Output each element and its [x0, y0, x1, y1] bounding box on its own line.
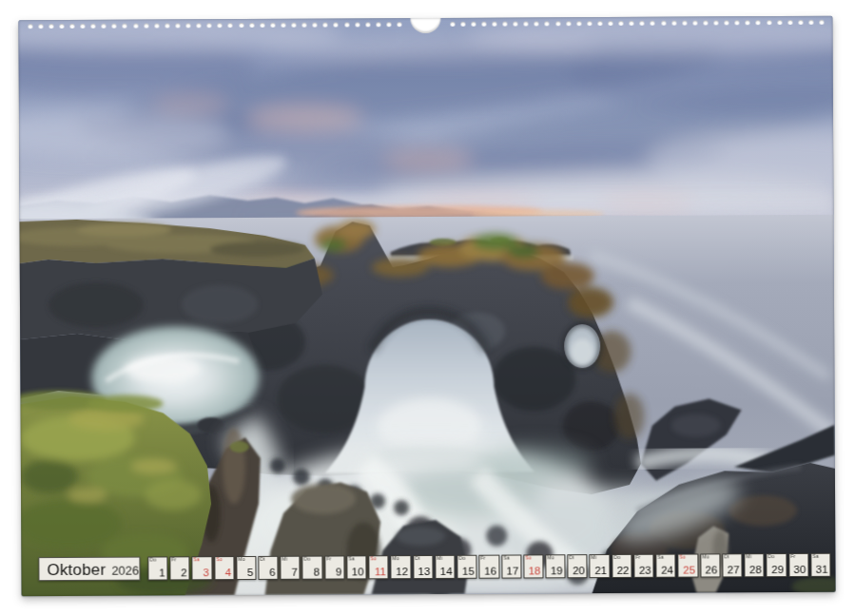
punch-hole [49, 24, 53, 29]
month-title-box: Oktober 2026 [38, 557, 140, 582]
weekday-label: So [525, 555, 532, 560]
punch-hole [492, 22, 496, 27]
day-number: 15 [462, 566, 475, 577]
weekday-label: Fr [326, 557, 331, 562]
punch-hole [735, 20, 740, 25]
day-cell-19: Mo19 [545, 554, 565, 578]
punch-hole [207, 23, 212, 28]
punch-hole [28, 24, 32, 29]
day-cell-30: Fr30 [788, 553, 808, 577]
punch-hole [249, 23, 254, 28]
day-number: 24 [661, 565, 673, 576]
weekday-label: Mi [437, 556, 442, 561]
punch-hole [756, 20, 761, 25]
punch-hole [281, 23, 285, 28]
punch-hole [197, 23, 202, 28]
day-cell-9: Fr9 [324, 555, 344, 579]
punch-hole [144, 24, 148, 29]
year-label: 2026 [111, 564, 139, 578]
day-number: 11 [375, 566, 386, 577]
punch-hole [323, 23, 328, 28]
punch-hole [80, 24, 85, 29]
day-cell-23: Fr23 [633, 554, 653, 578]
day-cell-18: So18 [523, 554, 543, 578]
day-strip: Do1Fr2Sa3So4Mo5Di6Mi7Do8Fr9Sa10So11Mo12D… [147, 553, 830, 581]
punch-hole [386, 22, 391, 27]
weekday-label: Fr [481, 556, 486, 561]
day-cell-22: Do22 [612, 554, 632, 578]
day-number: 8 [314, 567, 320, 578]
punch-hole [502, 22, 507, 27]
calendar-strip: Oktober 2026 Do1Fr2Sa3So4Mo5Di6Mi7Do8Fr9… [38, 553, 830, 581]
punch-hole [397, 22, 401, 27]
weekday-label: Fr [790, 554, 795, 559]
day-number: 29 [771, 564, 784, 575]
day-number: 4 [225, 567, 231, 578]
punch-hole [587, 21, 592, 26]
day-cell-16: Fr16 [479, 555, 499, 579]
weekday-label: Sa [812, 554, 819, 559]
day-cell-24: Sa24 [656, 554, 676, 578]
day-number: 27 [728, 564, 740, 575]
punch-hole [112, 24, 117, 29]
day-cell-8: Do8 [302, 556, 322, 580]
day-number: 20 [573, 565, 585, 576]
weekday-label: Do [149, 557, 156, 562]
day-number: 25 [683, 565, 695, 576]
punch-hole [91, 24, 96, 29]
day-cell-26: Mo26 [700, 553, 720, 577]
punch-hole [808, 20, 813, 25]
day-number: 30 [793, 564, 806, 575]
punch-hole [640, 21, 645, 26]
day-number: 14 [440, 566, 453, 577]
punch-hole [471, 22, 476, 27]
day-number: 18 [529, 565, 541, 576]
punch-hole [545, 21, 550, 26]
punch-hole [334, 22, 339, 27]
weekday-label: Di [570, 555, 574, 560]
day-number: 9 [336, 566, 341, 577]
day-number: 17 [506, 566, 518, 577]
day-cell-29: Do29 [767, 553, 787, 577]
punch-hole [302, 23, 307, 28]
punch-hole [291, 23, 296, 28]
calendar-page: Oktober 2026 Do1Fr2Sa3So4Mo5Di6Mi7Do8Fr9… [18, 16, 835, 596]
day-number: 26 [706, 564, 718, 575]
punch-hole [450, 22, 455, 27]
weekday-label: Mo [702, 554, 709, 559]
day-cell-12: Mo12 [391, 555, 411, 579]
punch-hole [270, 23, 275, 28]
day-number: 1 [159, 567, 165, 578]
punch-hole [102, 24, 107, 29]
punch-hole [787, 20, 792, 25]
punch-hole [725, 20, 729, 25]
weekday-label: Sa [658, 555, 665, 560]
punch-hole [481, 22, 486, 27]
punch-hole [566, 21, 571, 26]
weekday-label: Mo [547, 555, 554, 560]
day-cell-28: Mi28 [744, 553, 764, 577]
day-number: 31 [816, 564, 828, 575]
day-number: 2 [181, 567, 186, 578]
day-cell-21: Mi21 [590, 554, 610, 578]
day-number: 3 [204, 567, 209, 578]
day-number: 5 [247, 567, 253, 578]
day-cell-7: Mi7 [281, 556, 301, 580]
punch-hole [555, 21, 560, 26]
day-cell-4: So4 [214, 556, 234, 580]
day-cell-1: Do1 [147, 556, 167, 580]
punch-hole [38, 24, 43, 29]
punch-hole [344, 22, 349, 27]
punch-hole [355, 22, 359, 27]
punch-hole [376, 22, 380, 27]
weekday-label: Mi [282, 557, 288, 562]
day-number: 13 [418, 566, 430, 577]
day-cell-13: Di13 [413, 555, 433, 579]
punch-hole [692, 21, 697, 26]
punch-hole [534, 21, 539, 26]
punch-hole [713, 20, 718, 25]
day-cell-25: So25 [678, 554, 698, 578]
day-cell-31: Sa31 [810, 553, 830, 577]
day-number: 22 [617, 565, 630, 576]
punch-hole [767, 20, 771, 25]
